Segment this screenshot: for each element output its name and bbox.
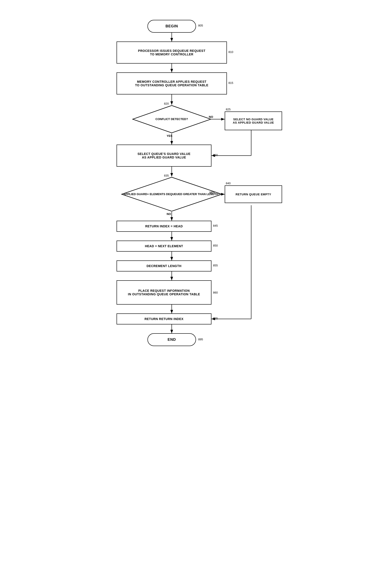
step-830-id: 830 bbox=[213, 154, 218, 157]
step-855-id: 855 bbox=[213, 264, 218, 267]
step-840-label: RETURN QUEUE EMPTY bbox=[236, 193, 271, 196]
step-810-label: PROCESSOR ISSUES DEQUEUE REQUEST TO MEMO… bbox=[138, 49, 205, 56]
step-830-label: SELECT QUEUE'S GUARD VALUE AS APPLIED GU… bbox=[138, 152, 190, 159]
step-855-node: DECREMENT LENGTH bbox=[116, 260, 212, 272]
step-815-node: MEMORY CONTROLLER APPLIES REQUEST TO OUT… bbox=[116, 72, 227, 94]
step-815-label: MEMORY CONTROLLER APPLIES REQUEST TO OUT… bbox=[135, 80, 208, 87]
step-860-node: PLACE REQUEST INFORMATION IN OUTSTANDING… bbox=[116, 280, 212, 304]
step-825-label: SELECT NO GUARD VALUE AS APPLIED GUARD V… bbox=[233, 118, 274, 124]
diamond-820-label: CONFLICT DETECTED? bbox=[156, 118, 188, 121]
step-825-node: SELECT NO GUARD VALUE AS APPLIED GUARD V… bbox=[225, 112, 282, 130]
step-810-node: PROCESSOR ISSUES DEQUEUE REQUEST TO MEMO… bbox=[116, 42, 227, 64]
step-850-node: HEAD = NEXT ELEMENT bbox=[116, 240, 212, 252]
step-840-node: RETURN QUEUE EMPTY bbox=[225, 186, 282, 203]
begin-id: 805 bbox=[198, 24, 203, 27]
diamond-820-id: 820 bbox=[164, 102, 169, 105]
diamond-835-label: APPLIED GUARD+ ELEMENTS DEQUEUED GREATER… bbox=[124, 192, 220, 196]
step-815-id: 815 bbox=[228, 81, 233, 84]
begin-label: BEGIN bbox=[166, 24, 178, 28]
step-845-node: RETURN INDEX = HEAD bbox=[116, 221, 212, 232]
no-label-835: NO bbox=[167, 212, 171, 216]
diamond-835-node: APPLIED GUARD+ ELEMENTS DEQUEUED GREATER… bbox=[121, 176, 222, 212]
step-865-label: RETURN RETURN INDEX bbox=[144, 317, 184, 321]
step-825-id: 825 bbox=[226, 108, 231, 111]
step-860-id: 860 bbox=[213, 291, 218, 294]
step-865-node: RETURN RETURN INDEX bbox=[116, 314, 212, 324]
step-850-id: 850 bbox=[213, 244, 218, 247]
diamond-835-id: 835 bbox=[164, 174, 169, 177]
step-860-label: PLACE REQUEST INFORMATION IN OUTSTANDING… bbox=[128, 289, 200, 296]
step-865-id: 865 bbox=[213, 317, 218, 320]
step-845-id: 845 bbox=[213, 224, 218, 227]
yes-label-820: YES bbox=[167, 134, 172, 138]
end-node: END bbox=[148, 333, 196, 346]
step-850-label: HEAD = NEXT ELEMENT bbox=[145, 244, 183, 248]
step-830-node: SELECT QUEUE'S GUARD VALUE AS APPLIED GU… bbox=[116, 144, 212, 167]
step-845-label: RETURN INDEX = HEAD bbox=[145, 224, 183, 228]
step-855-label: DECREMENT LENGTH bbox=[146, 264, 182, 268]
diamond-820-node: CONFLICT DETECTED? bbox=[132, 105, 212, 134]
step-810-id: 810 bbox=[228, 50, 233, 54]
begin-node: BEGIN bbox=[148, 20, 196, 33]
end-id: 895 bbox=[198, 338, 203, 341]
no-label-820: NO bbox=[209, 115, 213, 118]
step-840-id: 840 bbox=[226, 182, 231, 185]
end-label: END bbox=[168, 338, 176, 342]
